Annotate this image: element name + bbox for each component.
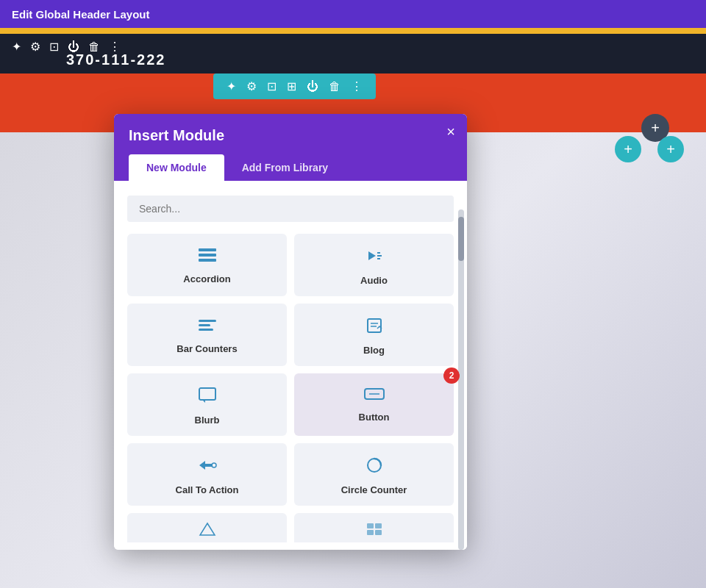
svg-rect-13: [199, 388, 215, 400]
svg-marker-3: [368, 251, 376, 260]
svg-marker-20: [200, 523, 215, 535]
power-icon-2[interactable]: ⏻: [307, 80, 318, 93]
module-item-audio[interactable]: Audio: [294, 234, 454, 296]
svg-rect-9: [199, 329, 213, 331]
button-label: Button: [359, 412, 390, 423]
bar-counters-icon: [197, 317, 218, 337]
settings-icon[interactable]: ⚙: [30, 40, 40, 54]
tab-add-from-library[interactable]: Add From Library: [224, 154, 346, 181]
circle-counter-icon: [366, 456, 383, 478]
cta-icon: [198, 456, 217, 478]
dialog-tabs: New Module Add From Library: [129, 154, 452, 181]
accordion-icon: [197, 247, 218, 268]
tab-new-module[interactable]: New Module: [129, 154, 224, 181]
top-header-bar: Edit Global Header Layout: [0, 0, 706, 28]
blurb-icon: [198, 387, 217, 409]
module-grid: Accordion Audio: [127, 234, 454, 506]
add-column-button-left[interactable]: +: [615, 136, 641, 162]
blurb-label: Blurb: [195, 415, 220, 426]
blog-label: Blog: [363, 345, 385, 356]
dialog-body: Accordion Audio: [114, 181, 467, 550]
module-item-circle-counter[interactable]: Circle Counter: [294, 443, 454, 506]
module-item-blog[interactable]: Blog: [294, 304, 454, 366]
svg-rect-24: [375, 530, 382, 535]
module-item-cta[interactable]: Call To Action: [127, 443, 287, 506]
svg-rect-10: [368, 319, 381, 332]
phone-number: 370-111-222: [66, 51, 165, 68]
svg-rect-0: [199, 248, 216, 251]
svg-rect-8: [199, 324, 210, 326]
move-icon-2[interactable]: ✦: [227, 79, 236, 93]
svg-rect-7: [199, 320, 216, 322]
partial-icon-2: [366, 522, 383, 540]
accordion-label: Accordion: [183, 273, 230, 284]
module-search-input[interactable]: [127, 196, 454, 222]
module-item-partial-2[interactable]: [294, 513, 454, 542]
duplicate-icon[interactable]: ⊡: [49, 40, 59, 54]
header-title: Edit Global Header Layout: [12, 8, 150, 21]
svg-rect-2: [199, 259, 216, 262]
dialog-close-button[interactable]: ×: [446, 124, 455, 139]
module-item-partial-1[interactable]: [127, 513, 287, 542]
module-item-accordion[interactable]: Accordion: [127, 234, 287, 296]
badge-2: 2: [443, 368, 460, 384]
delete-icon-2[interactable]: 🗑: [329, 80, 340, 93]
circle-counter-label: Circle Counter: [341, 484, 407, 495]
svg-rect-1: [199, 254, 216, 257]
move-icon[interactable]: ✦: [12, 40, 21, 54]
insert-module-dialog: Insert Module × New Module Add From Libr…: [114, 114, 467, 550]
bar-counters-label: Bar Counters: [176, 343, 237, 354]
svg-rect-21: [367, 523, 374, 528]
scrollbar-thumb[interactable]: [458, 217, 464, 261]
columns-icon[interactable]: ⊞: [287, 79, 296, 93]
scrollbar-track: [460, 209, 464, 550]
module-item-blurb[interactable]: Blurb: [127, 373, 287, 436]
settings-icon-2[interactable]: ⚙: [246, 79, 257, 93]
svg-rect-23: [367, 530, 374, 535]
svg-marker-17: [199, 461, 213, 470]
module-item-bar-counters[interactable]: Bar Counters: [127, 304, 287, 366]
duplicate-icon-2[interactable]: ⊡: [267, 79, 277, 93]
dialog-title: Insert Module: [129, 127, 452, 144]
scrollbar[interactable]: [458, 209, 464, 550]
blog-icon: [366, 317, 383, 339]
more-icon-2[interactable]: ⋮: [351, 79, 363, 93]
toolbar-row-2: ✦ ⚙ ⊡ ⊞ ⏻ 🗑 ⋮: [213, 74, 376, 99]
module-grid-partial: [127, 513, 454, 542]
audio-icon: [366, 247, 383, 269]
audio-label: Audio: [360, 275, 388, 286]
bg-yellow-line: [0, 28, 706, 34]
cta-label: Call To Action: [176, 484, 239, 495]
svg-marker-14: [202, 400, 205, 403]
module-item-button[interactable]: 2 Button: [294, 373, 454, 436]
svg-rect-22: [375, 523, 382, 528]
partial-icon-1: [199, 522, 216, 540]
button-icon: [364, 387, 385, 406]
add-column-button-right[interactable]: +: [657, 136, 684, 162]
dialog-header: Insert Module × New Module Add From Libr…: [114, 114, 467, 181]
